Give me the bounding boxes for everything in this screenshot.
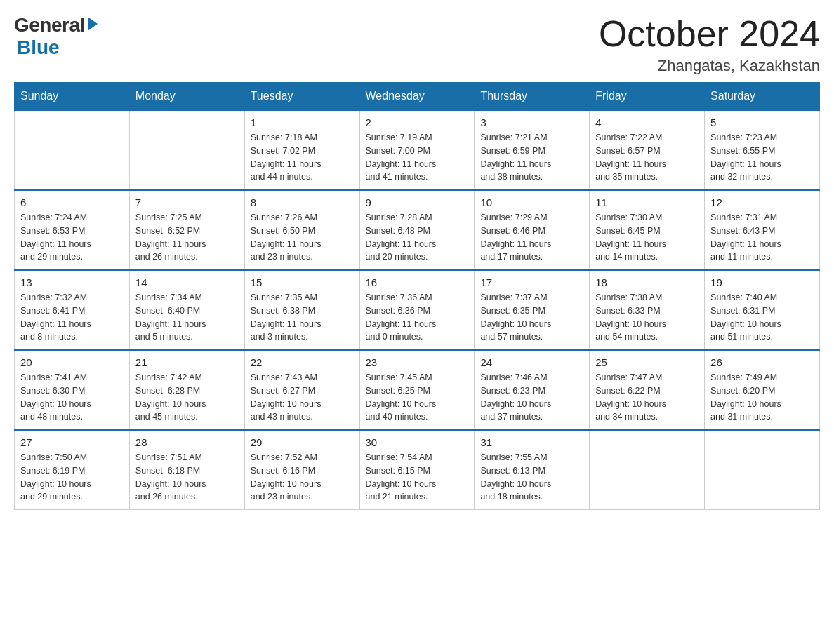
day-info: Sunrise: 7:46 AM Sunset: 6:23 PM Dayligh… xyxy=(480,371,583,424)
calendar-cell xyxy=(705,430,820,510)
day-number: 26 xyxy=(710,356,814,368)
calendar-cell: 21Sunrise: 7:42 AM Sunset: 6:28 PM Dayli… xyxy=(129,350,244,430)
day-info: Sunrise: 7:22 AM Sunset: 6:57 PM Dayligh… xyxy=(595,131,699,184)
day-info: Sunrise: 7:51 AM Sunset: 6:18 PM Dayligh… xyxy=(135,451,239,504)
day-info: Sunrise: 7:21 AM Sunset: 6:59 PM Dayligh… xyxy=(480,131,583,184)
calendar-cell xyxy=(590,430,705,510)
day-info: Sunrise: 7:26 AM Sunset: 6:50 PM Dayligh… xyxy=(251,211,354,264)
day-info: Sunrise: 7:32 AM Sunset: 6:41 PM Dayligh… xyxy=(20,291,124,344)
calendar-table: SundayMondayTuesdayWednesdayThursdayFrid… xyxy=(14,82,820,510)
calendar-cell: 7Sunrise: 7:25 AM Sunset: 6:52 PM Daylig… xyxy=(129,190,244,270)
calendar-cell: 12Sunrise: 7:31 AM Sunset: 6:43 PM Dayli… xyxy=(705,190,820,270)
day-header-tuesday: Tuesday xyxy=(244,83,359,111)
day-number: 14 xyxy=(135,276,239,288)
calendar-cell: 10Sunrise: 7:29 AM Sunset: 6:46 PM Dayli… xyxy=(475,190,590,270)
calendar-cell: 16Sunrise: 7:36 AM Sunset: 6:36 PM Dayli… xyxy=(359,270,475,350)
day-number: 9 xyxy=(366,196,469,208)
day-info: Sunrise: 7:52 AM Sunset: 6:16 PM Dayligh… xyxy=(251,451,354,504)
day-number: 22 xyxy=(251,356,354,368)
day-info: Sunrise: 7:45 AM Sunset: 6:25 PM Dayligh… xyxy=(366,371,469,424)
day-info: Sunrise: 7:30 AM Sunset: 6:45 PM Dayligh… xyxy=(595,211,699,264)
day-number: 12 xyxy=(710,196,814,208)
day-number: 7 xyxy=(135,196,239,208)
page-header: General Blue October 2024 Zhangatas, Kaz… xyxy=(14,14,820,75)
day-number: 1 xyxy=(251,116,354,128)
calendar-cell: 19Sunrise: 7:40 AM Sunset: 6:31 PM Dayli… xyxy=(705,270,820,350)
calendar-cell: 15Sunrise: 7:35 AM Sunset: 6:38 PM Dayli… xyxy=(244,270,359,350)
day-header-sunday: Sunday xyxy=(15,83,130,111)
calendar-cell: 20Sunrise: 7:41 AM Sunset: 6:30 PM Dayli… xyxy=(15,350,130,430)
calendar-cell: 13Sunrise: 7:32 AM Sunset: 6:41 PM Dayli… xyxy=(15,270,130,350)
calendar-cell: 29Sunrise: 7:52 AM Sunset: 6:16 PM Dayli… xyxy=(244,430,359,510)
day-number: 2 xyxy=(366,116,469,128)
logo: General Blue xyxy=(14,14,98,59)
calendar-cell: 25Sunrise: 7:47 AM Sunset: 6:22 PM Dayli… xyxy=(590,350,705,430)
day-info: Sunrise: 7:18 AM Sunset: 7:02 PM Dayligh… xyxy=(251,131,354,184)
day-number: 11 xyxy=(595,196,699,208)
calendar-cell: 8Sunrise: 7:26 AM Sunset: 6:50 PM Daylig… xyxy=(244,190,359,270)
day-number: 13 xyxy=(20,276,124,288)
day-number: 3 xyxy=(480,116,583,128)
calendar-cell: 26Sunrise: 7:49 AM Sunset: 6:20 PM Dayli… xyxy=(705,350,820,430)
calendar-cell: 4Sunrise: 7:22 AM Sunset: 6:57 PM Daylig… xyxy=(590,110,705,190)
calendar-cell: 6Sunrise: 7:24 AM Sunset: 6:53 PM Daylig… xyxy=(15,190,130,270)
calendar-week-row: 1Sunrise: 7:18 AM Sunset: 7:02 PM Daylig… xyxy=(15,110,820,190)
calendar-cell: 27Sunrise: 7:50 AM Sunset: 6:19 PM Dayli… xyxy=(15,430,130,510)
day-number: 19 xyxy=(710,276,814,288)
calendar-cell: 2Sunrise: 7:19 AM Sunset: 7:00 PM Daylig… xyxy=(359,110,475,190)
calendar-cell: 17Sunrise: 7:37 AM Sunset: 6:35 PM Dayli… xyxy=(475,270,590,350)
day-info: Sunrise: 7:47 AM Sunset: 6:22 PM Dayligh… xyxy=(595,371,699,424)
calendar-week-row: 27Sunrise: 7:50 AM Sunset: 6:19 PM Dayli… xyxy=(15,430,820,510)
day-number: 20 xyxy=(20,356,124,368)
day-info: Sunrise: 7:41 AM Sunset: 6:30 PM Dayligh… xyxy=(20,371,124,424)
day-number: 8 xyxy=(251,196,354,208)
day-info: Sunrise: 7:38 AM Sunset: 6:33 PM Dayligh… xyxy=(595,291,699,344)
calendar-cell: 11Sunrise: 7:30 AM Sunset: 6:45 PM Dayli… xyxy=(590,190,705,270)
day-number: 28 xyxy=(135,436,239,448)
day-number: 10 xyxy=(480,196,583,208)
day-info: Sunrise: 7:34 AM Sunset: 6:40 PM Dayligh… xyxy=(135,291,239,344)
title-block: October 2024 Zhangatas, Kazakhstan xyxy=(599,14,820,75)
calendar-cell: 9Sunrise: 7:28 AM Sunset: 6:48 PM Daylig… xyxy=(359,190,475,270)
day-info: Sunrise: 7:49 AM Sunset: 6:20 PM Dayligh… xyxy=(710,371,814,424)
day-info: Sunrise: 7:55 AM Sunset: 6:13 PM Dayligh… xyxy=(480,451,583,504)
day-number: 6 xyxy=(20,196,124,208)
day-number: 23 xyxy=(366,356,469,368)
calendar-week-row: 13Sunrise: 7:32 AM Sunset: 6:41 PM Dayli… xyxy=(15,270,820,350)
calendar-cell: 30Sunrise: 7:54 AM Sunset: 6:15 PM Dayli… xyxy=(359,430,475,510)
day-number: 16 xyxy=(366,276,469,288)
day-number: 21 xyxy=(135,356,239,368)
day-info: Sunrise: 7:28 AM Sunset: 6:48 PM Dayligh… xyxy=(366,211,469,264)
calendar-cell: 31Sunrise: 7:55 AM Sunset: 6:13 PM Dayli… xyxy=(475,430,590,510)
calendar-cell: 1Sunrise: 7:18 AM Sunset: 7:02 PM Daylig… xyxy=(244,110,359,190)
day-number: 25 xyxy=(595,356,699,368)
day-number: 18 xyxy=(595,276,699,288)
day-number: 27 xyxy=(20,436,124,448)
logo-blue-text: Blue xyxy=(17,36,60,59)
calendar-cell: 18Sunrise: 7:38 AM Sunset: 6:33 PM Dayli… xyxy=(590,270,705,350)
day-number: 17 xyxy=(480,276,583,288)
day-info: Sunrise: 7:24 AM Sunset: 6:53 PM Dayligh… xyxy=(20,211,124,264)
day-number: 31 xyxy=(480,436,583,448)
logo-general-text: General xyxy=(14,14,85,36)
location-title: Zhangatas, Kazakhstan xyxy=(599,57,820,75)
day-info: Sunrise: 7:35 AM Sunset: 6:38 PM Dayligh… xyxy=(251,291,354,344)
calendar-header-row: SundayMondayTuesdayWednesdayThursdayFrid… xyxy=(15,83,820,111)
calendar-week-row: 6Sunrise: 7:24 AM Sunset: 6:53 PM Daylig… xyxy=(15,190,820,270)
day-info: Sunrise: 7:23 AM Sunset: 6:55 PM Dayligh… xyxy=(710,131,814,184)
calendar-week-row: 20Sunrise: 7:41 AM Sunset: 6:30 PM Dayli… xyxy=(15,350,820,430)
day-number: 5 xyxy=(710,116,814,128)
day-info: Sunrise: 7:54 AM Sunset: 6:15 PM Dayligh… xyxy=(366,451,469,504)
day-header-monday: Monday xyxy=(129,83,244,111)
day-number: 29 xyxy=(251,436,354,448)
day-number: 4 xyxy=(595,116,699,128)
day-header-wednesday: Wednesday xyxy=(359,83,475,111)
day-info: Sunrise: 7:29 AM Sunset: 6:46 PM Dayligh… xyxy=(480,211,583,264)
day-info: Sunrise: 7:50 AM Sunset: 6:19 PM Dayligh… xyxy=(20,451,124,504)
calendar-cell: 22Sunrise: 7:43 AM Sunset: 6:27 PM Dayli… xyxy=(244,350,359,430)
day-number: 30 xyxy=(366,436,469,448)
day-info: Sunrise: 7:25 AM Sunset: 6:52 PM Dayligh… xyxy=(135,211,239,264)
day-info: Sunrise: 7:43 AM Sunset: 6:27 PM Dayligh… xyxy=(251,371,354,424)
day-number: 24 xyxy=(480,356,583,368)
calendar-cell: 24Sunrise: 7:46 AM Sunset: 6:23 PM Dayli… xyxy=(475,350,590,430)
